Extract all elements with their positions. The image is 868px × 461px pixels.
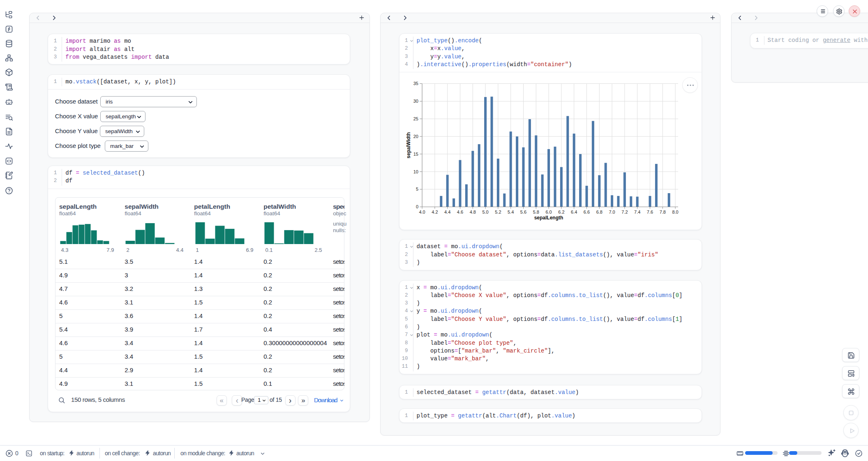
- svg-text:7.4: 7.4: [634, 210, 640, 214]
- svg-text:15: 15: [413, 152, 418, 157]
- svg-text:7.8: 7.8: [659, 210, 665, 214]
- svg-text:7.2: 7.2: [621, 210, 628, 214]
- svg-text:6.2: 6.2: [558, 210, 564, 214]
- svg-text:4.4: 4.4: [444, 210, 450, 214]
- svg-text:35: 35: [413, 81, 418, 86]
- svg-text:5.6: 5.6: [520, 210, 526, 214]
- svg-text:6.6: 6.6: [583, 210, 589, 214]
- svg-text:5: 5: [416, 187, 418, 191]
- svg-text:4.2: 4.2: [432, 210, 438, 214]
- svg-text:25: 25: [413, 116, 418, 121]
- svg-text:sepalWidth: sepalWidth: [406, 132, 411, 159]
- svg-text:4.6: 4.6: [457, 210, 463, 214]
- svg-text:5.2: 5.2: [495, 210, 501, 214]
- svg-text:10: 10: [413, 169, 418, 174]
- svg-text:5.0: 5.0: [482, 210, 488, 214]
- svg-text:30: 30: [413, 99, 418, 104]
- svg-text:4.8: 4.8: [469, 210, 476, 214]
- svg-text:5.8: 5.8: [533, 210, 539, 214]
- svg-text:7.0: 7.0: [609, 210, 615, 214]
- svg-text:sepalLength: sepalLength: [534, 215, 563, 221]
- svg-text:4.0: 4.0: [419, 210, 425, 214]
- svg-text:0: 0: [416, 204, 418, 209]
- svg-text:5.4: 5.4: [508, 210, 514, 214]
- svg-text:7.6: 7.6: [646, 210, 653, 214]
- svg-text:20: 20: [413, 134, 418, 139]
- svg-text:6.4: 6.4: [571, 210, 577, 214]
- svg-text:8.0: 8.0: [672, 210, 678, 214]
- svg-text:6.0: 6.0: [545, 210, 552, 214]
- svg-text:6.8: 6.8: [596, 210, 602, 214]
